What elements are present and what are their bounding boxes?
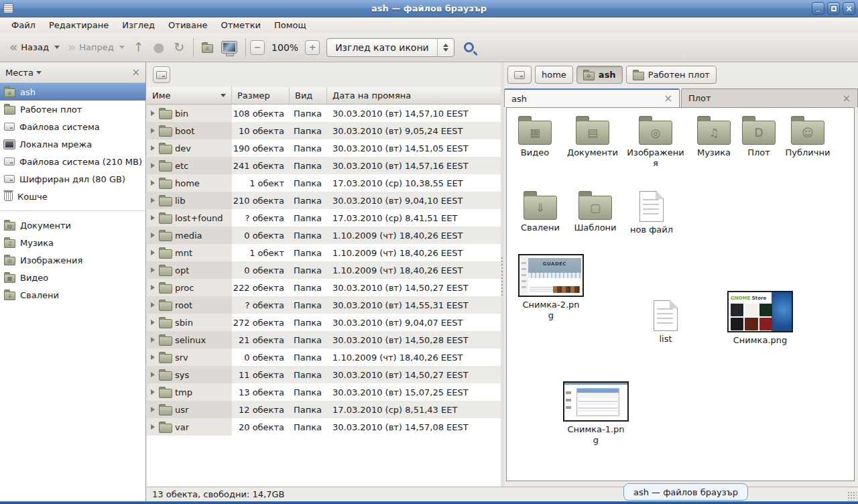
expander-icon[interactable] — [151, 424, 155, 430]
menu-item[interactable]: Редактиране — [43, 19, 115, 32]
table-row[interactable]: media0 обектаПапка1.10.2009 (чт) 18,40,2… — [147, 227, 501, 244]
sidebar-item[interactable]: ▦Видео — [0, 269, 145, 286]
sidebar-item[interactable]: Работен плот — [0, 101, 145, 118]
sidebar-item[interactable]: ◎Изображения — [0, 251, 145, 269]
sidebar-item[interactable]: Локална мрежа — [0, 135, 145, 153]
zoom-in-button[interactable]: + — [305, 40, 320, 55]
maximize-button[interactable] — [827, 2, 840, 15]
table-row[interactable]: mnt1 обектПапка1.10.2009 (чт) 18,40,26 E… — [147, 244, 501, 261]
tab-close-icon[interactable]: × — [664, 92, 672, 105]
table-row[interactable]: home1 обектПапка17.03.2010 (ср) 10,38,55… — [147, 174, 501, 192]
expander-icon[interactable] — [151, 163, 155, 168]
view-mode-spinner[interactable] — [438, 44, 454, 52]
sidebar-header-select[interactable]: Места — [5, 68, 42, 78]
search-button[interactable] — [464, 42, 474, 52]
table-row[interactable]: proc222 обектаПапка30.03.2010 (вт) 14,50… — [147, 279, 501, 296]
icon-item[interactable]: ☺Публични — [778, 115, 837, 158]
expander-icon[interactable] — [151, 407, 155, 412]
sidebar-item[interactable]: ♫Музика — [0, 234, 145, 251]
sidebar-item[interactable]: ⌂ash — [0, 83, 145, 101]
expander-icon[interactable] — [151, 355, 155, 360]
back-button[interactable]: « Назад — [5, 38, 64, 56]
pathbar-button[interactable]: Работен плот — [626, 66, 717, 84]
expander-icon[interactable] — [151, 267, 155, 273]
table-row[interactable]: etc241 обектаПапка30.03.2010 (вт) 14,57,… — [147, 157, 501, 174]
back-dropdown-icon[interactable] — [54, 46, 60, 49]
column-header-modified[interactable]: Дата на промяна — [327, 87, 501, 104]
menu-item[interactable]: Помощ — [268, 19, 312, 32]
forward-button[interactable]: » Напред — [64, 38, 129, 56]
table-row[interactable]: srv0 обектаПапка1.10.2009 (чт) 18,40,26 … — [147, 349, 501, 366]
tab-close-icon[interactable]: × — [842, 92, 851, 105]
icon-item[interactable]: ▢Шаблони — [568, 190, 622, 233]
window-list-badge[interactable]: ash — файлов браузър — [623, 483, 748, 501]
table-row[interactable]: boot10 обектаПапка30.03.2010 (вт) 9,05,2… — [147, 122, 501, 139]
expander-icon[interactable] — [151, 128, 155, 133]
table-row[interactable]: lib210 обектаПапка30.03.2010 (вт) 9,04,1… — [147, 192, 501, 209]
tab-Плот[interactable]: Плот× — [681, 88, 858, 107]
zoom-out-button[interactable]: − — [250, 40, 265, 55]
location-button[interactable] — [153, 66, 170, 83]
table-row[interactable]: tmp13 обектаПапка30.03.2010 (вт) 15,07,2… — [147, 383, 501, 401]
pathbar-button[interactable]: ⌂ash — [576, 66, 623, 84]
close-button[interactable]: × — [843, 2, 855, 15]
minimize-button[interactable] — [812, 2, 824, 15]
sidebar-item[interactable]: Файлова система — [0, 118, 145, 135]
menu-item[interactable]: Отметки — [214, 19, 266, 32]
computer-button[interactable] — [217, 42, 241, 53]
stop-button[interactable]: ● — [149, 38, 170, 56]
table-row[interactable]: dev190 обектаПапка30.03.2010 (вт) 14,51,… — [147, 139, 501, 157]
icon-item[interactable]: ▦Видео — [508, 115, 562, 158]
expander-icon[interactable] — [151, 233, 155, 238]
menu-item[interactable]: Файл — [5, 19, 42, 32]
icon-item[interactable]: ▤Документи — [564, 115, 621, 158]
home-button[interactable]: ⌂ — [198, 40, 217, 56]
column-header-type[interactable]: Вид — [290, 87, 327, 104]
expander-icon[interactable] — [151, 215, 155, 220]
up-button[interactable]: ↑ — [129, 38, 149, 56]
expander-icon[interactable] — [151, 302, 155, 308]
expander-icon[interactable] — [151, 198, 155, 203]
column-header-size[interactable]: Размер — [232, 87, 290, 104]
sidebar-item[interactable]: ▤Документи — [0, 216, 145, 234]
expander-icon[interactable] — [151, 250, 155, 255]
table-row[interactable]: lost+found? обектаПапка17.03.2010 (ср) 8… — [147, 209, 501, 227]
column-header-name[interactable]: Име — [147, 87, 232, 104]
titlebar[interactable]: ash — файлов браузър × — [0, 0, 858, 17]
resize-grip[interactable] — [847, 491, 857, 501]
expander-icon[interactable] — [151, 285, 155, 290]
icon-item[interactable]: list — [639, 299, 692, 344]
reload-button[interactable]: ↻ — [169, 38, 189, 56]
icon-item[interactable]: Снимка-1.png — [561, 381, 631, 446]
expander-icon[interactable] — [151, 180, 155, 186]
sidebar-item[interactable]: Кошче — [0, 188, 145, 205]
table-row[interactable]: sys11 обектаПапка30.03.2010 (вт) 14,50,2… — [147, 366, 501, 383]
sidebar-item[interactable]: ⇓Свалени — [0, 286, 145, 304]
sidebar-close-icon[interactable]: × — [131, 66, 140, 78]
expander-icon[interactable] — [151, 111, 155, 116]
sidebar-item[interactable]: Файлова система (210 MB) — [0, 153, 145, 170]
icon-item[interactable]: нов файл — [622, 190, 681, 235]
table-row[interactable]: usr12 обектаПапка17.03.2010 (ср) 8,51,43… — [147, 401, 501, 418]
pathbar-button[interactable] — [507, 66, 532, 84]
table-row[interactable]: sbin272 обектаПапка30.03.2010 (вт) 9,04,… — [147, 314, 501, 331]
icon-item[interactable]: GNOME StoreСнимка.png — [725, 291, 795, 346]
pathbar-button[interactable]: home — [535, 66, 573, 84]
view-mode-select[interactable]: Изглед като икони — [326, 38, 454, 57]
expander-icon[interactable] — [151, 337, 155, 342]
expander-icon[interactable] — [151, 389, 155, 395]
tab-ash[interactable]: ash× — [504, 88, 680, 107]
sidebar-item[interactable]: Шифриран дял (80 GB) — [0, 170, 145, 188]
table-row[interactable]: opt0 обектаПапка1.10.2009 (чт) 18,40,26 … — [147, 261, 501, 279]
table-row[interactable]: var20 обектаПапка30.03.2010 (вт) 14,57,0… — [147, 418, 501, 436]
icon-item[interactable]: ◎Изображения — [626, 115, 685, 170]
table-row[interactable]: selinux21 обектаПапка30.03.2010 (вт) 14,… — [147, 331, 501, 349]
icon-item[interactable]: GUADECСнимка-2.png — [517, 254, 585, 322]
menu-item[interactable]: Изглед — [116, 19, 161, 32]
icon-view[interactable]: ▦Видео▤Документи◎Изображения♫МузикаDПлот… — [506, 107, 855, 481]
table-row[interactable]: root? обектаПапка30.03.2010 (вт) 14,55,3… — [147, 296, 501, 314]
table-row[interactable]: bin108 обектаПапка30.03.2010 (вт) 14,57,… — [147, 105, 501, 122]
icon-item[interactable]: DПлот — [733, 115, 784, 158]
expander-icon[interactable] — [151, 320, 155, 325]
menu-item[interactable]: Отиване — [162, 19, 213, 32]
